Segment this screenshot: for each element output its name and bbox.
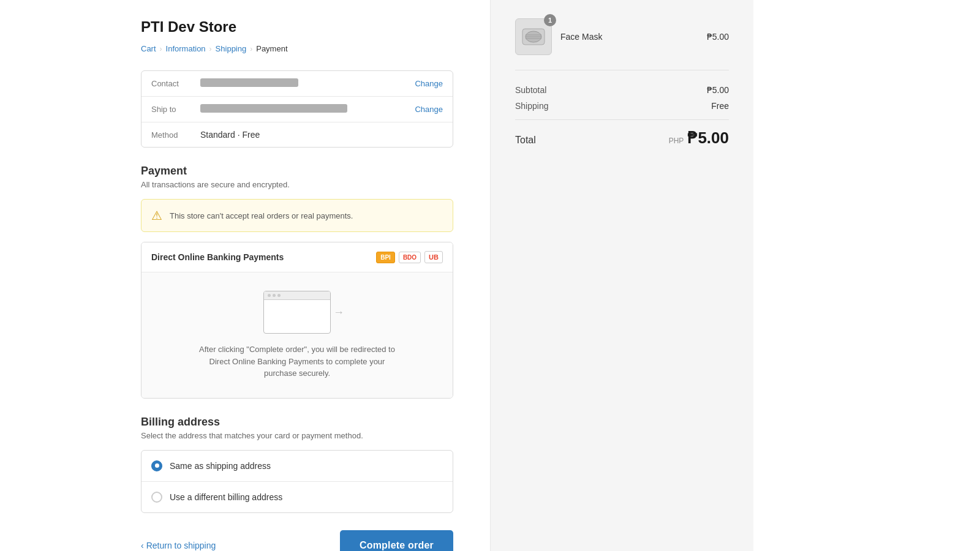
ship-to-row: Ship to Change	[141, 97, 453, 122]
warning-icon: ⚠	[151, 208, 162, 223]
browser-dot-3	[277, 294, 281, 297]
billing-title: Billing address	[141, 416, 453, 429]
payment-redirect-text: After clicking "Complete order", you wil…	[193, 343, 401, 380]
ship-to-change[interactable]: Change	[415, 105, 443, 114]
breadcrumb-shipping[interactable]: Shipping	[216, 44, 247, 53]
method-row: Method Standard · Free	[141, 122, 453, 147]
cart-item-badge: 1	[544, 14, 556, 26]
complete-order-button[interactable]: Complete order	[340, 530, 453, 552]
browser-arrow-icon: →	[333, 306, 344, 319]
breadcrumb-current: Payment	[256, 44, 287, 53]
total-currency: PHP	[669, 137, 684, 145]
browser-titlebar	[264, 291, 330, 300]
billing-different-label: Use a different billing address	[170, 492, 282, 502]
cart-item-name: Face Mask	[560, 32, 698, 42]
ship-to-redacted	[200, 104, 347, 113]
contact-change[interactable]: Change	[415, 79, 443, 88]
payment-method-box: Direct Online Banking Payments BPI BDO U…	[141, 242, 453, 399]
breadcrumb-sep-3: ›	[250, 45, 252, 53]
method-value: Standard · Free	[200, 130, 443, 140]
total-label: Total	[515, 135, 536, 146]
return-label: Return to shipping	[146, 541, 216, 550]
left-panel: PTI Dev Store Cart › Information › Shipp…	[0, 0, 490, 551]
total-row: Total PHP ₱5.00	[515, 119, 729, 148]
payment-logos: BPI BDO UB	[376, 251, 443, 263]
face-mask-icon	[521, 28, 546, 46]
browser-illustration: →	[151, 291, 443, 343]
radio-different[interactable]	[151, 492, 162, 503]
billing-section: Billing address Select the address that …	[141, 416, 453, 513]
browser-window	[263, 291, 331, 334]
radio-same[interactable]	[151, 460, 162, 471]
browser-dot-2	[273, 294, 276, 297]
right-panel: 1 Face Mask ₱5.00 Subtotal ₱5.00 Shippin…	[490, 0, 753, 551]
browser-body	[264, 300, 330, 333]
payment-section: Payment All transactions are secure and …	[141, 165, 453, 399]
ship-to-value	[200, 104, 415, 114]
warning-box: ⚠ This store can't accept real orders or…	[141, 199, 453, 232]
contact-redacted	[200, 78, 298, 87]
order-info-box: Contact Change Ship to Change Method Sta…	[141, 70, 453, 148]
payment-subtitle: All transactions are secure and encrypte…	[141, 180, 453, 189]
browser-dot-1	[268, 294, 271, 297]
billing-same-label: Same as shipping address	[170, 461, 271, 471]
cart-item-price: ₱5.00	[707, 32, 729, 42]
total-amount: ₱5.00	[687, 129, 729, 148]
shipping-value: Free	[711, 101, 729, 111]
bdo-logo: BDO	[399, 252, 421, 263]
billing-option-same[interactable]: Same as shipping address	[141, 451, 453, 482]
contact-row: Contact Change	[141, 71, 453, 97]
return-arrow-icon: ‹	[141, 541, 144, 550]
breadcrumb-cart[interactable]: Cart	[141, 44, 156, 53]
payment-method-header: Direct Online Banking Payments BPI BDO U…	[141, 242, 453, 272]
subtotal-label: Subtotal	[515, 85, 546, 95]
cart-item: 1 Face Mask ₱5.00	[515, 18, 729, 70]
breadcrumb-information[interactable]: Information	[166, 44, 206, 53]
return-to-shipping-link[interactable]: ‹ Return to shipping	[141, 541, 216, 550]
subtotal-row: Subtotal ₱5.00	[515, 85, 729, 95]
payment-title: Payment	[141, 165, 453, 178]
breadcrumb: Cart › Information › Shipping › Payment	[141, 44, 453, 53]
shipping-label: Shipping	[515, 101, 549, 111]
contact-label: Contact	[151, 79, 200, 88]
breadcrumb-sep-2: ›	[209, 45, 212, 53]
total-value: PHP ₱5.00	[669, 129, 729, 148]
shipping-row: Shipping Free	[515, 101, 729, 111]
billing-subtitle: Select the address that matches your car…	[141, 431, 453, 440]
ship-to-label: Ship to	[151, 105, 200, 114]
breadcrumb-sep-1: ›	[160, 45, 162, 53]
store-title: PTI Dev Store	[141, 18, 453, 36]
radio-same-inner	[155, 463, 159, 468]
billing-option-different[interactable]: Use a different billing address	[141, 482, 453, 512]
bpi-logo: BPI	[376, 252, 395, 263]
subtotal-value: ₱5.00	[707, 85, 729, 95]
method-label: Method	[151, 130, 200, 140]
contact-value	[200, 78, 415, 89]
ub-logo: UB	[424, 251, 443, 263]
payment-method-name: Direct Online Banking Payments	[151, 252, 284, 262]
footer-row: ‹ Return to shipping Complete order	[141, 530, 453, 552]
billing-options: Same as shipping address Use a different…	[141, 450, 453, 513]
warning-text: This store can't accept real orders or r…	[170, 211, 353, 220]
cart-item-image: 1	[515, 18, 552, 55]
payment-method-body: → After clicking "Complete order", you w…	[141, 272, 453, 398]
